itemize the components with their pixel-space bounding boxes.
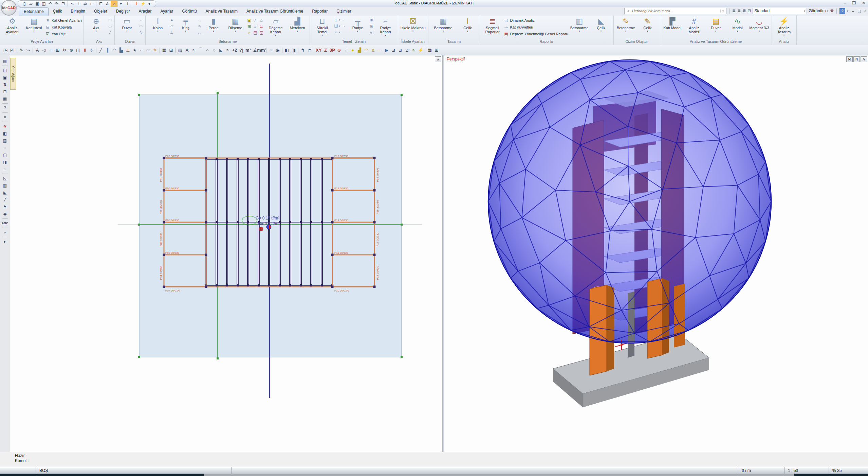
slab-gap-icon[interactable]: ≠ — [253, 18, 258, 23]
mirror-axis-icon[interactable]: Ⅱ — [81, 47, 88, 53]
column-view-icon[interactable]: ▥ — [1, 182, 9, 189]
floor-copy-icon[interactable]: ≋ — [1, 123, 9, 130]
text-style-icon[interactable]: A — [34, 47, 41, 53]
grid-icon[interactable]: ⊞ — [168, 47, 174, 53]
search-dropdown-caret-icon[interactable]: ▾ — [720, 10, 725, 13]
copy-objects-icon[interactable]: ◫ — [1, 67, 9, 74]
tab-ayarlar[interactable]: Ayarlar — [156, 7, 178, 16]
tab-celik[interactable]: Çelik — [49, 7, 67, 16]
radye-button[interactable]: ╥ Radye ▾ — [347, 16, 368, 39]
leader-icon[interactable]: ↪ — [25, 47, 32, 53]
dome-icon[interactable]: ◠ — [363, 47, 370, 53]
plan-view-canvas[interactable]: ∧ P01 30/330 P02 30/330 P03 30/330 P04 3… — [10, 55, 442, 452]
cizim-betonarme-button[interactable]: ✎ Betonarme ▾ — [615, 16, 636, 39]
run-analysis-icon[interactable]: ⚡ — [417, 47, 424, 53]
arc-wall-icon[interactable]: ◠ — [138, 24, 144, 29]
doseme-kenari-button[interactable]: ▱ Döşeme Kenarı ▾ — [265, 16, 286, 39]
query-icon[interactable]: ? — [1, 105, 9, 111]
zoom-indicator[interactable]: % 25 — [829, 467, 868, 474]
arc-axis-icon[interactable]: ◠ — [107, 18, 113, 22]
stairs-icon[interactable]: ▟ — [356, 47, 363, 53]
slab-stack-icon[interactable]: ▤ — [253, 30, 258, 35]
view-n-button[interactable]: N — [853, 56, 860, 62]
edit-objects-icon[interactable]: ⇅ — [1, 81, 9, 88]
tab-birlesim[interactable]: Birleşim — [66, 7, 90, 16]
bracket-icon[interactable]: ⌐ — [376, 47, 383, 53]
analiz-modeli-button[interactable]: # Analiz Modeli — [684, 16, 705, 39]
wedge-icon[interactable]: ◣ — [218, 47, 224, 53]
auto-label-icon[interactable]: ABC — [1, 220, 9, 227]
tab-degistir[interactable]: Değiştir — [112, 7, 134, 16]
rect-select-icon[interactable]: ▭ — [145, 47, 152, 53]
checkbox-on-icon[interactable]: ⊠ — [742, 8, 746, 13]
break-icon[interactable]: ⊥ — [125, 47, 131, 53]
response-icon[interactable]: ∿ — [410, 47, 417, 53]
slab-drop-icon[interactable]: ▣ — [246, 18, 252, 23]
layer-icon[interactable]: ◧ — [283, 47, 290, 53]
moment-3-3-button[interactable]: ◡ Moment 3-3 ▾ — [749, 16, 770, 39]
slab-grid-icon[interactable]: # — [253, 24, 258, 29]
polyline-icon[interactable]: ∿ — [190, 47, 197, 53]
circular-column-icon[interactable]: ● — [169, 18, 174, 22]
view-funnel-button[interactable]: ⋈ — [846, 56, 853, 62]
arc-beam-icon[interactable]: ◡ — [197, 30, 202, 35]
slab-roof-icon[interactable]: ⌂ — [259, 18, 264, 23]
pile-foundation-icon[interactable]: Ш — [333, 24, 339, 29]
close-button[interactable]: ✕ — [862, 1, 865, 5]
search-input[interactable] — [631, 8, 720, 13]
view-combo[interactable]: Görünüm ▾ — [809, 8, 828, 13]
minimize-button[interactable]: – — [844, 1, 846, 5]
tab-araclar[interactable]: Araçlar — [134, 7, 156, 16]
frame-icon[interactable]: ▦ — [161, 47, 168, 53]
selection-icon[interactable]: ◌ — [1, 144, 9, 151]
play-icon[interactable]: ▶ — [383, 47, 390, 53]
analiz-ayarlari-button[interactable]: ⚙ Analiz Ayarları — [2, 16, 23, 39]
perde-button[interactable]: ▮ Perde ▾ — [203, 16, 224, 39]
extend-icon[interactable]: ∥ — [104, 47, 111, 53]
query-entity-icon[interactable]: ?| — [238, 47, 245, 53]
kati-model-button[interactable]: ▛ Katı Model — [662, 16, 683, 39]
zoom-extents-icon[interactable]: ◰ — [9, 47, 16, 53]
zoom-window-icon[interactable]: ◳ — [2, 47, 9, 53]
checkbox-frame-icon[interactable]: ⊡ — [747, 8, 751, 13]
rapor-betonarme-button[interactable]: ▥ Betonarme ▾ — [569, 16, 590, 39]
curved-wall-icon[interactable]: ∿ — [138, 30, 144, 35]
app-logo[interactable]: ideCAD — [1, 0, 17, 16]
unit-area-icon[interactable]: mm² — [258, 47, 265, 53]
aks-button[interactable]: ⊕ Aks ▾ — [86, 16, 107, 39]
help-caret-icon[interactable]: ▾ — [847, 10, 848, 13]
rotate-ref-icon[interactable]: ⊕ — [68, 47, 75, 53]
flat-pen-icon[interactable]: ◺ — [1, 175, 9, 182]
offset2-icon[interactable]: +2 — [231, 47, 238, 53]
users-icon[interactable]: ◉ — [1, 211, 9, 217]
tab-analiz-ve-tasarim-goruntuleme[interactable]: Analiz ve Tasarım Görüntüleme — [242, 7, 308, 16]
ucs-prev-icon[interactable]: ↰ — [299, 47, 306, 53]
layer2-icon[interactable]: ◨ — [290, 47, 297, 53]
offset-icon[interactable]: ⊹ — [88, 47, 95, 53]
cizim-celik-button[interactable]: ✎ Çelik ▾ — [637, 16, 658, 39]
table-edit-icon[interactable]: ▦ — [426, 47, 433, 53]
tasarim-betonarme-button[interactable]: ▦ Betonarme ▾ — [430, 16, 457, 39]
tasarim-celik-button[interactable]: Ⅰ Çelik ▾ — [457, 16, 478, 39]
unit-indicator[interactable]: tf / m — [738, 467, 784, 474]
report-icon[interactable]: ▤ — [1, 58, 9, 65]
ucs-z-icon[interactable]: Z — [322, 47, 329, 53]
flag-icon[interactable]: ⚑ — [1, 204, 9, 210]
point-cloud-icon[interactable]: ∴ — [1, 166, 9, 173]
modal-button[interactable]: ∿ Modal ▾ — [727, 16, 748, 39]
help-button[interactable]: ? — [839, 8, 845, 14]
line-axis-icon[interactable]: ╱ — [107, 30, 113, 35]
cloud-icon[interactable]: ◌ — [211, 47, 218, 53]
kolon-button[interactable]: Ⅰ Kolon ▾ — [147, 16, 168, 39]
sibling-select-icon[interactable]: ⊞ — [1, 88, 9, 95]
layer-stack-icon[interactable]: ≣ — [737, 8, 741, 13]
ucs-origin-icon[interactable]: ⊕ — [336, 47, 343, 53]
rotate-icon[interactable]: ↻ — [61, 47, 68, 53]
chamfer-icon[interactable]: ⌐ — [138, 47, 145, 53]
doc-close-button[interactable]: × — [865, 9, 867, 13]
edit-node-icon[interactable]: ✎ — [18, 47, 25, 53]
lamp-icon[interactable]: ● — [349, 47, 356, 53]
doc-minimize-button[interactable]: – — [852, 9, 854, 13]
dinamik-analiz-button[interactable]: ⇉ Dinamik Analiz — [504, 17, 568, 23]
slab-load-icon[interactable]: ⇊ — [259, 24, 264, 29]
